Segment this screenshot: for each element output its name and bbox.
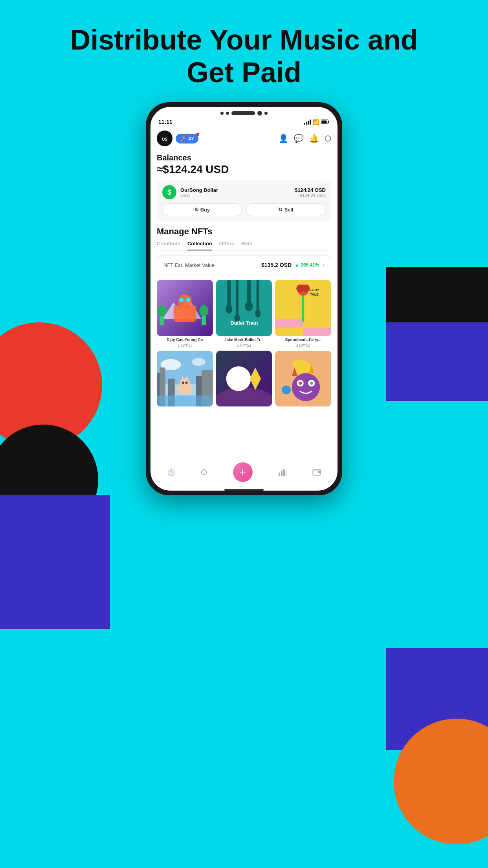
nft-thumb-2: Bullet Train: [216, 280, 272, 336]
nft-thumb-6: [275, 351, 331, 407]
svg-point-19: [226, 305, 232, 314]
buy-icon: ↻: [194, 207, 199, 213]
svg-point-25: [255, 310, 261, 318]
tab-collection[interactable]: Collection: [187, 241, 212, 250]
svg-rect-72: [318, 471, 321, 473]
create-icon: +: [239, 466, 246, 478]
camera-dot-left: [220, 112, 224, 115]
nft-thumb-4: [157, 351, 213, 407]
svg-rect-32: [302, 291, 305, 322]
phone-frame: 11:11 📶 OS: [146, 102, 342, 495]
tab-creations[interactable]: Creations: [157, 241, 180, 250]
avatar[interactable]: OS: [157, 131, 172, 146]
battery-icon: [321, 120, 330, 124]
nft-value-card[interactable]: NFT Est. Market Value $135.2 OSD ▲ 265.4…: [157, 256, 331, 274]
settings-icon[interactable]: ⬡: [325, 134, 331, 143]
nft-item-1[interactable]: Djay Cas-Young Gs 1 NFT(s): [157, 280, 213, 348]
wifi-icon: 📶: [313, 119, 319, 125]
nft-item-6[interactable]: [275, 351, 331, 410]
svg-point-59: [292, 373, 320, 401]
nft-item-2[interactable]: Bullet Train Jake Mark-Bullet Tr... 1 NF…: [216, 280, 272, 348]
svg-rect-69: [283, 469, 285, 476]
bell-icon[interactable]: 🔔: [309, 134, 319, 143]
svg-point-14: [157, 305, 166, 316]
nft-value-label: NFT Est. Market Value: [163, 262, 215, 268]
chat-icon[interactable]: 💬: [294, 134, 304, 143]
svg-rect-31: [303, 327, 331, 336]
svg-point-16: [199, 305, 208, 316]
currency-amounts: $124.24 OSD ≈$124.24 USD: [295, 187, 326, 198]
camera-dot-right: [264, 112, 268, 115]
nft-count-3: 2 NFT(s): [275, 344, 331, 348]
svg-point-62: [299, 381, 302, 385]
svg-point-56: [226, 366, 251, 391]
nft-name-1: Djay Cas-Young Gs: [157, 338, 213, 342]
signal-icon: [304, 119, 311, 125]
camera-sensor: [257, 111, 262, 116]
svg-text:OS: OS: [162, 137, 168, 142]
nav-charts[interactable]: [278, 468, 287, 476]
currency-symbol: OSD: [180, 193, 291, 198]
svg-rect-24: [256, 280, 259, 313]
section-title: Manage NFTs: [157, 226, 331, 237]
currency-name: OurSong Dollar: [180, 187, 291, 193]
bg-purple-circle: [0, 495, 110, 629]
svg-point-52: [182, 381, 184, 384]
status-icons: 📶: [304, 119, 330, 125]
svg-point-49: [180, 378, 190, 388]
tab-offers[interactable]: Offers: [219, 241, 234, 250]
svg-rect-18: [227, 280, 231, 308]
currency-icon: $: [162, 185, 176, 199]
svg-point-35: [302, 284, 310, 292]
nav-search[interactable]: ⊙: [200, 467, 207, 477]
chevron-right-icon: ›: [323, 261, 325, 268]
balances-amount: ≈$124.24 USD: [157, 163, 331, 176]
nft-count-2: 1 NFT(s): [216, 344, 272, 348]
top-nav: OS 🚀 47 👤 💬 🔔 ⬡: [150, 127, 338, 149]
badge-icon: 🚀: [180, 136, 187, 142]
nft-thumb-5: [216, 351, 272, 407]
svg-rect-67: [279, 473, 280, 476]
buy-button[interactable]: ↻ Buy: [162, 203, 242, 216]
svg-text:Bullet Train: Bullet Train: [230, 320, 258, 326]
balances-title: Balances: [157, 153, 331, 162]
currency-card: $ OurSong Dollar OSD $124.24 OSD ≈$124.2…: [157, 180, 331, 221]
svg-rect-47: [157, 395, 213, 407]
badge-count: 47: [188, 136, 194, 142]
nft-name-2: Jake Mark-Bullet Tr...: [216, 338, 272, 342]
nft-count-1: 1 NFT(s): [157, 344, 213, 348]
camera-notch: [231, 111, 255, 115]
nft-grid: Djay Cas-Young Gs 1 NFT(s): [157, 280, 331, 410]
tabs: Creations Collection Offers Bids: [157, 241, 331, 251]
search-icon: ⊙: [200, 467, 207, 477]
sell-icon: ↻: [278, 207, 283, 213]
svg-point-12: [186, 298, 190, 302]
svg-rect-70: [286, 471, 286, 476]
nft-value-pct: ▲ 265.41%: [295, 262, 319, 268]
bg-black-rect: [386, 267, 488, 330]
svg-rect-73: [313, 471, 321, 471]
nft-item-4[interactable]: [157, 351, 213, 410]
tab-bids[interactable]: Bids: [241, 241, 252, 250]
nav-discover[interactable]: ◎: [167, 467, 175, 477]
nav-wallet[interactable]: [312, 468, 321, 476]
nav-icons: 👤 💬 🔔 ⬡: [279, 134, 331, 143]
notification-badge[interactable]: 🚀 47: [176, 134, 198, 143]
nft-thumb-1: [157, 280, 213, 336]
svg-point-53: [185, 381, 188, 384]
svg-rect-68: [281, 471, 283, 476]
camera-bar: [150, 107, 338, 117]
badge-dot: [196, 133, 199, 136]
nft-item-5[interactable]: [216, 351, 272, 410]
svg-point-11: [179, 298, 183, 302]
svg-text:TALE: TALE: [310, 292, 319, 296]
svg-point-63: [310, 381, 314, 385]
nav-create[interactable]: +: [233, 462, 253, 482]
people-icon[interactable]: 👤: [279, 134, 288, 143]
nft-item-3[interactable]: FAIRY TALE Spoonbeats-Fairy... 2 NFT(s): [275, 280, 331, 348]
svg-rect-1: [328, 121, 330, 123]
sell-button[interactable]: ↻ Sell: [246, 203, 326, 216]
svg-rect-20: [236, 280, 238, 316]
bottom-nav: ◎ ⊙ +: [150, 458, 338, 487]
nft-name-3: Spoonbeats-Fairy...: [275, 338, 331, 342]
